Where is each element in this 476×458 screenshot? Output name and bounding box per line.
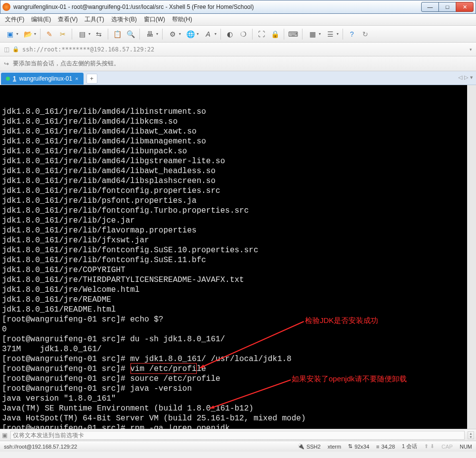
maximize-button[interactable]: □	[438, 2, 456, 12]
tab-close-icon[interactable]: ×	[75, 76, 78, 82]
terminal-line: jdk1.8.0_161/README.html	[2, 305, 464, 315]
terminal-line: [root@wangruifeng-01 src]# java -version	[2, 384, 464, 394]
new-session-button[interactable]: ▣▾	[3, 28, 19, 40]
status-session: 1 会话	[402, 443, 417, 450]
terminal-line: [root@wangruifeng-01 src]# du -sh jdk1.8…	[2, 334, 464, 344]
terminal-line: jdk1.8.0_161/jre/THIRDPARTYLICENSEREADME…	[2, 275, 464, 285]
terminal-line: jdk1.8.0_161/jre/lib/fontconfig.SuSE.10.…	[2, 245, 464, 255]
tab-label: wangruifenglinux-01	[19, 75, 72, 82]
terminal-line: java version "1.8.0_161"	[2, 394, 464, 404]
compose-send-icon[interactable]: ▣	[2, 432, 7, 439]
status-pos: ≡34,28	[376, 444, 395, 450]
terminal-line: jdk1.8.0_161/jre/lib/fontconfig.Turbo.pr…	[2, 206, 464, 216]
terminal-line: jdk1.8.0_161/jre/lib/amd64/libgstreamer-…	[2, 156, 464, 166]
menu-view[interactable]: 查看(V)	[58, 15, 78, 24]
status-term: xterm	[328, 444, 342, 450]
terminal-line: jdk1.8.0_161/jre/lib/fontconfig.properti…	[2, 186, 464, 196]
terminal-line: jdk1.8.0_161/jre/COPYRIGHT	[2, 265, 464, 275]
menu-edit[interactable]: 编辑(E)	[31, 15, 51, 24]
tab-prev-icon[interactable]: ◁	[458, 74, 462, 81]
window-buttons: — □ ✕	[422, 2, 474, 12]
close-button[interactable]: ✕	[456, 2, 474, 12]
globe-button[interactable]: 🌐▾	[183, 28, 200, 40]
compose-bar: ▣ ▲▼	[0, 429, 476, 441]
address-input[interactable]: ssh://root:********@192.168.57.129:22	[22, 46, 467, 53]
add-tab-button[interactable]: +	[87, 74, 97, 84]
hint-arrow-icon[interactable]: ↪	[4, 60, 9, 67]
terminal-line: jdk1.8.0_161/jre/lib/amd64/libkcms.so	[2, 117, 464, 127]
menu-tabs[interactable]: 选项卡(B)	[111, 15, 137, 24]
terminal-line: jdk1.8.0_161/jre/lib/psfont.properties.j…	[2, 196, 464, 206]
pos-icon: ≡	[376, 444, 379, 450]
annotation-2: 如果安装了openjdk请不要随便卸载	[292, 374, 407, 384]
toolbar: ▣▾ 📂▾ ✎ ✂ ▤▾ ⇆ 📋 🔍 🖶▾ ⚙▾ 🌐▾ A▾ ◐ ❍ ⛶ 🔒 ⌨…	[0, 26, 476, 43]
window-title: wangruifenglinux-01 - root@wangruifeng-0…	[13, 3, 422, 10]
find-button[interactable]: 🔍	[125, 28, 136, 40]
list-button[interactable]: ☰▾	[323, 28, 340, 40]
terminal-line: [root@wangruifeng-01 src]# mv jdk1.8.0_1…	[2, 354, 464, 364]
layout-button[interactable]: ▦▾	[305, 28, 322, 40]
clipboard-button[interactable]: ▤▾	[75, 28, 91, 40]
properties-button[interactable]: ⚙▾	[166, 28, 182, 40]
tab-status-dot-icon	[6, 77, 10, 81]
compose-input[interactable]	[10, 431, 465, 440]
terminal-line: [root@wangruifeng-01 src]# rpm -qa |grep…	[2, 423, 464, 429]
disconnect-button[interactable]: ✂	[57, 28, 69, 40]
app-icon	[2, 3, 10, 11]
menu-file[interactable]: 文件(F)	[5, 15, 24, 24]
terminal[interactable]: jdk1.8.0_161/jre/lib/amd64/libinstrument…	[0, 85, 476, 429]
menu-help[interactable]: 帮助(H)	[172, 15, 192, 24]
help-button[interactable]: ?	[346, 28, 358, 40]
menu-tools[interactable]: 工具(T)	[85, 15, 104, 24]
terminal-line: jdk1.8.0_161/jre/lib/fontconfig.SuSE.11.…	[2, 255, 464, 265]
annotation-1: 检验JDK是否安装成功	[305, 316, 378, 325]
font-button[interactable]: A▾	[201, 28, 217, 40]
status-bar: ssh://root@192.168.57.129:22 🔌SSH2 xterm…	[0, 441, 476, 452]
status-arrows: ⬆ ⬇	[424, 443, 434, 450]
tab-next-icon[interactable]: ▷	[464, 74, 468, 81]
hint-bar: ↪ 要添加当前会话，点击左侧的箭头按钮。	[0, 56, 476, 71]
keyboard-button[interactable]: ⌨	[287, 28, 299, 40]
status-address: ssh://root@192.168.57.129:22	[4, 444, 291, 450]
compose-spinner[interactable]: ▲▼	[468, 431, 474, 439]
ssh-plug-icon: 🔌	[298, 443, 304, 450]
lock-icon: 🔒	[12, 46, 19, 52]
status-num: NUM	[460, 444, 472, 450]
print-button[interactable]: 🖶▾	[143, 28, 159, 40]
tab-nav: ◁ ▷ ▾	[458, 74, 473, 81]
terminal-line: Java(TM) SE Runtime Environment (build 1…	[2, 404, 464, 413]
terminal-line: jdk1.8.0_161/jre/lib/amd64/libunpack.so	[2, 146, 464, 156]
color-button[interactable]: ◐	[224, 28, 236, 40]
terminal-line: 0	[2, 324, 464, 334]
terminal-line: jdk1.8.0_161/jre/lib/amd64/libawt_xawt.s…	[2, 127, 464, 137]
status-ssh: 🔌SSH2	[298, 443, 321, 450]
refresh-button[interactable]: ↻	[359, 28, 371, 40]
terminal-line: jdk1.8.0_161/jre/lib/amd64/libsplashscre…	[2, 176, 464, 186]
terminal-line: jdk1.8.0_161/jre/lib/amd64/libinstrument…	[2, 107, 464, 117]
paste-button[interactable]: ⇆	[93, 28, 105, 40]
bookmark-icon[interactable]: ◫	[4, 46, 9, 53]
session-tab[interactable]: 1 wangruifenglinux-01 ×	[1, 73, 84, 85]
minimize-button[interactable]: —	[421, 2, 439, 12]
bold-button[interactable]: ❍	[237, 28, 249, 40]
copy-button[interactable]: 📋	[111, 28, 123, 40]
status-size: ⇅92x34	[348, 443, 369, 450]
fullscreen-button[interactable]: ⛶	[256, 28, 267, 40]
lock-button[interactable]: 🔒	[269, 28, 281, 40]
terminal-line: 371M jdk1.8.0_161/	[2, 344, 464, 354]
terminal-line: jdk1.8.0_161/jre/lib/flavormap.propertie…	[2, 226, 464, 235]
open-button[interactable]: 📂▾	[21, 28, 37, 40]
hint-text: 要添加当前会话，点击左侧的箭头按钮。	[13, 59, 120, 68]
size-icon: ⇅	[348, 443, 352, 450]
titlebar: wangruifenglinux-01 - root@wangruifeng-0…	[0, 0, 476, 14]
annotation-box	[130, 363, 197, 374]
terminal-line: [root@wangruifeng-01 src]# vim /etc/prof…	[2, 364, 464, 374]
menu-window[interactable]: 窗口(W)	[144, 15, 165, 24]
address-bar: ◫ 🔒 ssh://root:********@192.168.57.129:2…	[0, 43, 476, 56]
terminal-line: jdk1.8.0_161/jre/lib/jce.jar	[2, 216, 464, 226]
tab-list-icon[interactable]: ▾	[470, 74, 473, 81]
address-dropdown-icon[interactable]: ▾	[470, 47, 472, 52]
menubar: 文件(F) 编辑(E) 查看(V) 工具(T) 选项卡(B) 窗口(W) 帮助(…	[0, 14, 476, 26]
reconnect-button[interactable]: ✎	[43, 28, 55, 40]
scrollbar-thumb[interactable]	[468, 337, 475, 426]
